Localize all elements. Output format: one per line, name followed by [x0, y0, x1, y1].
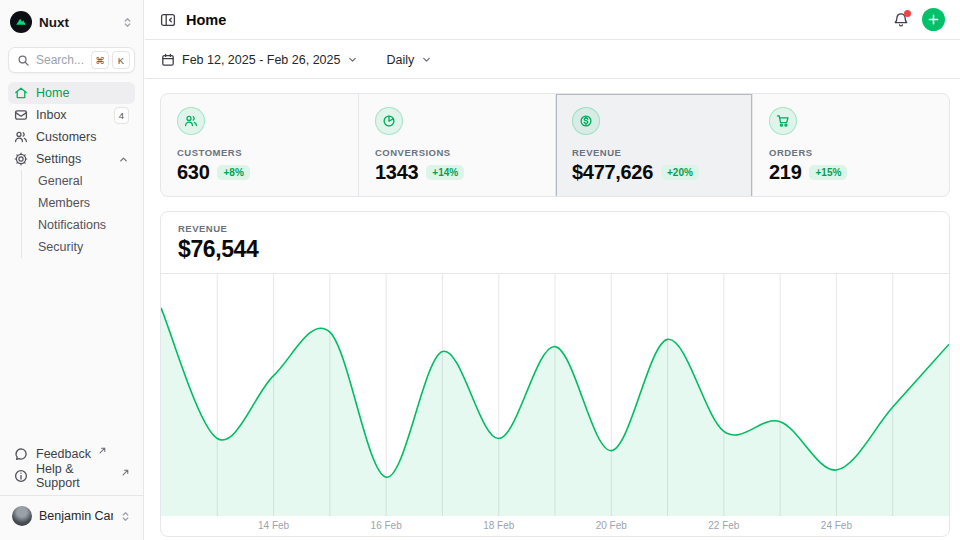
- page-header: Home: [145, 0, 960, 40]
- chevron-down-icon: [421, 54, 432, 65]
- users-icon: [184, 114, 198, 128]
- stat-delta-badge: +14%: [426, 165, 464, 180]
- notification-dot: [904, 10, 911, 17]
- stat-delta-badge: +20%: [661, 165, 699, 180]
- granularity-select[interactable]: Daily: [386, 53, 432, 67]
- settings-submenu: General Members Notifications Security: [21, 170, 135, 258]
- sidebar-divider: [0, 495, 143, 496]
- stat-card-revenue[interactable]: REVENUE $477,626 +20%: [555, 94, 752, 197]
- sidebar-item-settings[interactable]: Settings: [8, 148, 135, 170]
- gear-icon: [14, 152, 28, 166]
- stat-value: 1343: [375, 161, 418, 184]
- info-circle-icon: [14, 469, 28, 483]
- notifications-button[interactable]: [893, 12, 909, 28]
- sidebar-item-general[interactable]: General: [38, 170, 135, 192]
- kbd-meta: ⌘: [91, 51, 109, 69]
- user-menu[interactable]: Benjamin Canac: [8, 504, 135, 528]
- users-icon: [14, 130, 28, 144]
- workspace-name: Nuxt: [39, 15, 69, 30]
- calendar-icon: [161, 53, 175, 67]
- search-shortcut: ⌘ K: [91, 51, 130, 69]
- sidebar-nav: Home Inbox 4 Customers Settings Genera: [8, 82, 135, 258]
- stats-row: CUSTOMERS 630 +8% CONVERSIONS 1343 +14% …: [160, 93, 950, 197]
- x-axis-label: 14 Feb: [258, 520, 289, 531]
- sidebar-item-customers[interactable]: Customers: [8, 126, 135, 148]
- cart-icon: [776, 114, 790, 128]
- sidebar-item-security[interactable]: Security: [38, 236, 135, 258]
- stat-label: REVENUE: [572, 147, 736, 158]
- search-placeholder: Search...: [36, 53, 85, 67]
- stat-card-conversions[interactable]: CONVERSIONS 1343 +14%: [358, 94, 555, 197]
- avatar: [12, 506, 32, 526]
- help-support-label: Help & Support: [36, 462, 114, 490]
- granularity-value: Daily: [386, 53, 414, 67]
- sidebar-item-label: Inbox: [36, 108, 67, 122]
- date-range-picker[interactable]: Feb 12, 2025 - Feb 26, 2025: [161, 53, 358, 67]
- chevron-up-down-icon: [122, 17, 133, 28]
- stat-card-orders[interactable]: ORDERS 219 +15%: [752, 94, 949, 197]
- page-title: Home: [186, 12, 226, 28]
- main-content: CUSTOMERS 630 +8% CONVERSIONS 1343 +14% …: [145, 80, 960, 540]
- sidebar-footer: Feedback Help & Support Benjamin Canac: [8, 443, 135, 528]
- inbox-count-badge: 4: [114, 107, 129, 124]
- x-axis-labels: 14 Feb16 Feb18 Feb20 Feb22 Feb24 Feb: [161, 516, 949, 536]
- workspace-switcher[interactable]: Nuxt: [8, 10, 135, 34]
- sidebar: Nuxt Search... ⌘ K Home Inbox 4: [0, 0, 144, 540]
- chart-metric-value: $76,544: [178, 236, 932, 263]
- sidebar-item-label: Customers: [36, 130, 96, 144]
- sidebar-item-notifications[interactable]: Notifications: [38, 214, 135, 236]
- chart-header: REVENUE $76,544: [161, 212, 949, 274]
- x-axis-label: 18 Feb: [483, 520, 514, 531]
- x-axis-label: 24 Feb: [821, 520, 852, 531]
- home-icon: [14, 86, 28, 100]
- add-button[interactable]: [922, 8, 945, 31]
- search-input[interactable]: Search... ⌘ K: [8, 47, 135, 73]
- chevron-up-down-icon: [120, 511, 131, 522]
- stat-value: 219: [769, 161, 801, 184]
- x-axis-label: 16 Feb: [371, 520, 402, 531]
- stat-label: CUSTOMERS: [177, 147, 342, 158]
- stat-value: 630: [177, 161, 209, 184]
- stat-label: ORDERS: [769, 147, 933, 158]
- sidebar-item-label: Settings: [36, 152, 81, 166]
- stat-delta-badge: +8%: [217, 165, 249, 180]
- sidebar-collapse-icon[interactable]: [160, 12, 176, 28]
- inbox-icon: [14, 108, 28, 122]
- sidebar-item-members[interactable]: Members: [38, 192, 135, 214]
- sidebar-subitem-label: Members: [38, 196, 90, 210]
- search-icon: [17, 54, 30, 67]
- feedback-label: Feedback: [36, 447, 91, 461]
- sidebar-item-inbox[interactable]: Inbox 4: [8, 104, 135, 126]
- x-axis-label: 20 Feb: [596, 520, 627, 531]
- chat-bubble-icon: [14, 447, 28, 461]
- sidebar-subitem-label: Notifications: [38, 218, 106, 232]
- date-range-value: Feb 12, 2025 - Feb 26, 2025: [182, 53, 340, 67]
- x-axis-label: 22 Feb: [708, 520, 739, 531]
- kbd-k: K: [112, 51, 130, 69]
- sidebar-item-label: Home: [36, 86, 69, 100]
- stat-delta-badge: +15%: [809, 165, 847, 180]
- sidebar-item-home[interactable]: Home: [8, 82, 135, 104]
- chart-metric-label: REVENUE: [178, 223, 932, 234]
- dollar-circle-icon: [579, 114, 593, 128]
- sidebar-subitem-label: General: [38, 174, 82, 188]
- user-name: Benjamin Canac: [39, 509, 113, 523]
- stat-value: $477,626: [572, 161, 653, 184]
- stat-card-customers[interactable]: CUSTOMERS 630 +8%: [161, 94, 358, 197]
- chevron-up-icon: [118, 154, 129, 165]
- stat-label: CONVERSIONS: [375, 147, 539, 158]
- sidebar-subitem-label: Security: [38, 240, 83, 254]
- filters-toolbar: Feb 12, 2025 - Feb 26, 2025 Daily: [145, 41, 960, 79]
- external-link-icon: [99, 447, 106, 454]
- help-support-link[interactable]: Help & Support: [8, 465, 135, 487]
- revenue-area-chart: [161, 274, 949, 516]
- chevron-down-icon: [347, 54, 358, 65]
- pie-chart-icon: [382, 114, 396, 128]
- nuxt-logo-icon: [10, 11, 32, 33]
- chart-plot-area[interactable]: [161, 274, 949, 516]
- revenue-chart-card: REVENUE $76,544 14 Feb16 Feb18 Feb20 Feb…: [160, 211, 950, 537]
- external-link-icon: [122, 469, 129, 476]
